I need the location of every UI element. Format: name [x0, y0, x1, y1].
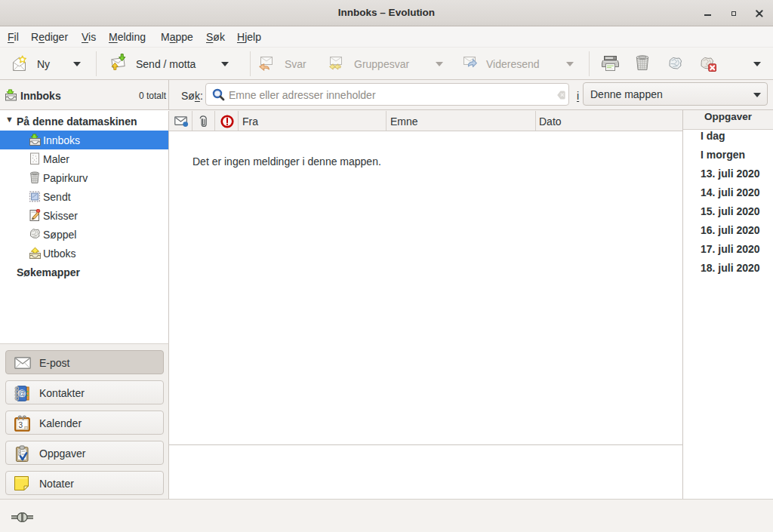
svg-text:@: @ [18, 389, 26, 398]
svg-text:3: 3 [19, 421, 23, 429]
